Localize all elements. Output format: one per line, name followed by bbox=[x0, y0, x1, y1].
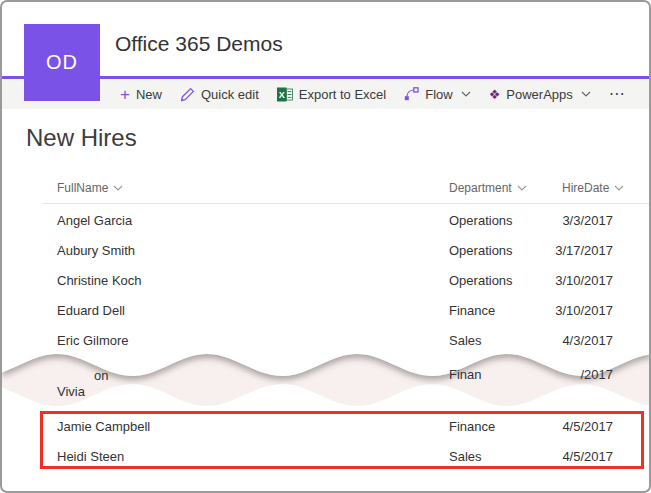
sort-chevron-icon bbox=[517, 185, 527, 191]
cell-hiredate: 3/10/2017 bbox=[535, 266, 613, 296]
excel-icon: X bbox=[277, 87, 293, 102]
column-header-label: FullName bbox=[57, 181, 108, 195]
ellipsis-icon: ⋯ bbox=[609, 86, 626, 102]
table-row[interactable]: Eduard Dell Finance 3/10/2017 bbox=[2, 296, 649, 326]
torn-gap-band bbox=[2, 348, 651, 422]
cell-fullname: Angel Garcia bbox=[57, 206, 132, 236]
flow-label: Flow bbox=[425, 87, 452, 102]
pencil-icon bbox=[180, 87, 195, 102]
cell-fullname: Christine Koch bbox=[57, 266, 142, 296]
cell-department: Operations bbox=[449, 236, 513, 266]
site-logo-tile[interactable]: OD bbox=[24, 24, 100, 101]
chevron-down-icon bbox=[581, 91, 591, 97]
site-logo-initials: OD bbox=[46, 51, 78, 74]
powerapps-label: PowerApps bbox=[506, 87, 572, 102]
torn-row-department-fragment: Finan bbox=[449, 367, 482, 382]
column-header-fullname[interactable]: FullName bbox=[57, 181, 123, 195]
sort-chevron-icon bbox=[113, 185, 123, 191]
new-button-label: New bbox=[136, 87, 162, 102]
cell-department: Operations bbox=[449, 206, 513, 236]
cell-department: Finance bbox=[449, 296, 495, 326]
more-commands-button[interactable]: ⋯ bbox=[609, 79, 626, 109]
torn-row-date-fragment: /2017 bbox=[535, 367, 613, 382]
cell-department: Finance bbox=[449, 412, 495, 442]
cell-hiredate: 4/5/2017 bbox=[535, 412, 613, 442]
cell-fullname: Aubury Smith bbox=[57, 236, 135, 266]
powerapps-button[interactable]: ❖ PowerApps bbox=[489, 79, 591, 109]
powerapps-icon: ❖ bbox=[489, 88, 501, 101]
export-to-excel-button[interactable]: X Export to Excel bbox=[277, 79, 386, 109]
torn-row-name-fragment: Vivia bbox=[57, 384, 85, 399]
column-header-department[interactable]: Department bbox=[449, 181, 527, 195]
cell-fullname: Heidi Steen bbox=[57, 442, 124, 472]
svg-text:X: X bbox=[279, 90, 285, 100]
quick-edit-button[interactable]: Quick edit bbox=[180, 79, 259, 109]
cell-fullname: Jamie Campbell bbox=[57, 412, 150, 442]
cell-hiredate: 3/10/2017 bbox=[535, 296, 613, 326]
export-to-excel-label: Export to Excel bbox=[299, 87, 386, 102]
table-row[interactable]: Angel Garcia Operations 3/3/2017 bbox=[2, 206, 649, 236]
table-header: FullName Department HireDate bbox=[2, 181, 649, 203]
table-row[interactable]: Christine Koch Operations 3/10/2017 bbox=[2, 266, 649, 296]
table-row[interactable]: Eric Gilmore Sales 4/3/2017 bbox=[2, 326, 649, 356]
cell-department: Sales bbox=[449, 326, 482, 356]
flow-icon bbox=[404, 87, 419, 101]
page-title: New Hires bbox=[26, 124, 137, 152]
table-row[interactable]: Jamie Campbell Finance 4/5/2017 bbox=[2, 412, 649, 442]
cell-fullname: Eduard Dell bbox=[57, 296, 125, 326]
flow-button[interactable]: Flow bbox=[404, 79, 470, 109]
table-rows-top: Angel Garcia Operations 3/3/2017 Aubury … bbox=[2, 206, 649, 356]
torn-edge-shadow bbox=[2, 348, 651, 422]
cell-hiredate: 4/5/2017 bbox=[535, 442, 613, 472]
table-header-divider bbox=[42, 203, 650, 204]
quick-edit-label: Quick edit bbox=[201, 87, 259, 102]
cell-hiredate: 4/3/2017 bbox=[535, 326, 613, 356]
app-window: OD Office 365 Demos + New Quick edit X E… bbox=[0, 0, 651, 493]
column-header-label: Department bbox=[449, 181, 512, 195]
column-header-hiredate[interactable]: HireDate bbox=[562, 181, 624, 195]
cell-department: Operations bbox=[449, 266, 513, 296]
cell-department: Sales bbox=[449, 442, 482, 472]
cell-fullname: Eric Gilmore bbox=[57, 326, 129, 356]
column-header-label: HireDate bbox=[562, 181, 609, 195]
site-title[interactable]: Office 365 Demos bbox=[115, 32, 283, 56]
torn-row-name-fragment: on bbox=[94, 368, 108, 383]
table-rows-highlighted: Jamie Campbell Finance 4/5/2017 Heidi St… bbox=[2, 412, 649, 472]
new-button[interactable]: + New bbox=[120, 79, 162, 109]
cell-hiredate: 3/3/2017 bbox=[535, 206, 613, 236]
cell-hiredate: 3/17/2017 bbox=[535, 236, 613, 266]
sort-chevron-icon bbox=[614, 185, 624, 191]
table-row[interactable]: Aubury Smith Operations 3/17/2017 bbox=[2, 236, 649, 266]
chevron-down-icon bbox=[461, 91, 471, 97]
plus-icon: + bbox=[120, 86, 130, 103]
table-row[interactable]: Heidi Steen Sales 4/5/2017 bbox=[2, 442, 649, 472]
